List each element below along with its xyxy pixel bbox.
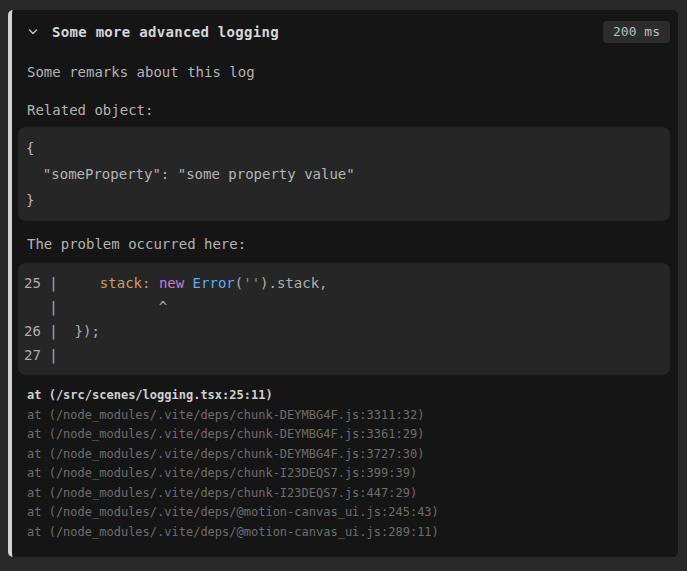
frame-space	[184, 275, 192, 291]
log-entry-header[interactable]: Some more advanced logging 200 ms	[12, 20, 670, 44]
related-object-label: Related object:	[12, 102, 670, 118]
frame-token-property: stack:	[100, 275, 151, 291]
frame-token-string: ''	[243, 275, 260, 291]
log-entry: Some more advanced logging 200 ms Some r…	[8, 10, 678, 557]
stack-trace-line: at (/node_modules/.vite/deps/@motion-can…	[27, 523, 670, 543]
frame-member-access: .stack,	[269, 275, 328, 291]
stack-trace-line: at (/node_modules/.vite/deps/chunk-I23DE…	[27, 464, 670, 484]
stack-trace-line-source[interactable]: at (/src/scenes/logging.tsx:25:11)	[27, 386, 670, 406]
stack-trace-line: at (/node_modules/.vite/deps/chunk-DEYMB…	[27, 406, 670, 426]
frame-line-prefix: 25 |	[24, 275, 100, 291]
frame-space	[150, 275, 158, 291]
stack-trace-line: at (/node_modules/.vite/deps/chunk-DEYMB…	[27, 445, 670, 465]
duration-badge: 200 ms	[603, 21, 670, 43]
frame-token-new-keyword: new	[159, 275, 184, 291]
chevron-down-icon[interactable]	[27, 26, 39, 38]
log-remarks: Some remarks about this log	[12, 64, 670, 80]
stack-trace-line: at (/node_modules/.vite/deps/chunk-DEYMB…	[27, 425, 670, 445]
problem-label: The problem occurred here:	[12, 236, 670, 252]
console-panel: Some more advanced logging 200 ms Some r…	[0, 0, 687, 571]
stack-trace-line: at (/node_modules/.vite/deps/chunk-I23DE…	[27, 484, 670, 504]
stack-trace: at (/src/scenes/logging.tsx:25:11) at (/…	[12, 386, 670, 542]
frame-tail-lines: | ^ 26 | }); 27 |	[24, 299, 167, 363]
source-frame-block: 25 | stack: new Error('').stack, | ^ 26 …	[18, 263, 670, 375]
stack-trace-line: at (/node_modules/.vite/deps/@motion-can…	[27, 503, 670, 523]
frame-token-error-class: Error	[193, 275, 235, 291]
log-entry-title: Some more advanced logging	[52, 24, 279, 40]
frame-paren-open: (	[235, 275, 243, 291]
related-object-block: { "someProperty": "some property value" …	[18, 127, 670, 221]
frame-paren-close: )	[260, 275, 268, 291]
